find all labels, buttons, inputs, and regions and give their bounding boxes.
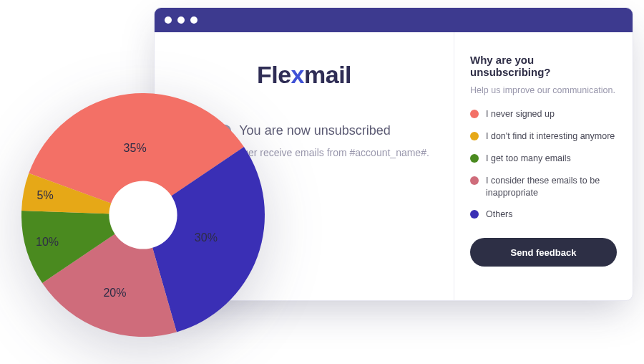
survey-options: I never signed upI don't find it interes… (470, 108, 617, 221)
donut-slice-label: 35% (124, 142, 147, 155)
option-label: Others (486, 209, 513, 221)
flexmail-logo: Flexmail (257, 61, 351, 89)
donut-hole (109, 181, 177, 249)
donut-slice-label: 10% (36, 236, 59, 249)
logo-text-pre: Fle (257, 61, 291, 88)
option-label: I never signed up (486, 108, 555, 120)
option-color-icon (470, 132, 479, 140)
survey-option[interactable]: I don't find it interesting anymore (470, 130, 617, 143)
survey-option[interactable]: Others (470, 209, 617, 221)
donut-slice-label: 20% (103, 287, 126, 300)
reasons-donut-chart: 35%30%20%10%5% (21, 93, 265, 337)
donut-slice-label: 5% (37, 189, 54, 202)
window-dot-icon (165, 16, 172, 24)
survey-option[interactable]: I consider these emails to be inappropri… (470, 175, 617, 199)
option-label: I consider these emails to be inappropri… (486, 175, 617, 199)
option-label: I don't find it interesting anymore (486, 130, 615, 143)
option-color-icon (470, 176, 479, 185)
option-color-icon (470, 210, 479, 219)
option-label: I get too many emails (486, 153, 571, 165)
survey-option[interactable]: I get too many emails (470, 153, 617, 165)
option-color-icon (470, 110, 479, 118)
logo-text-post: mail (304, 61, 351, 88)
logo-text-x: x (291, 61, 304, 88)
donut-svg (21, 93, 265, 337)
survey-pane: Why are you unsubscribing? Help us impro… (454, 32, 633, 300)
survey-title: Why are you unsubscribing? (470, 54, 617, 78)
survey-option[interactable]: I never signed up (470, 108, 617, 120)
send-feedback-button[interactable]: Send feedback (470, 238, 617, 267)
window-dot-icon (190, 16, 197, 24)
option-color-icon (470, 154, 479, 163)
donut-slice-label: 30% (195, 231, 218, 244)
survey-subtitle: Help us improve our communication. (470, 85, 617, 95)
window-titlebar (155, 8, 633, 32)
window-dot-icon (177, 16, 185, 24)
